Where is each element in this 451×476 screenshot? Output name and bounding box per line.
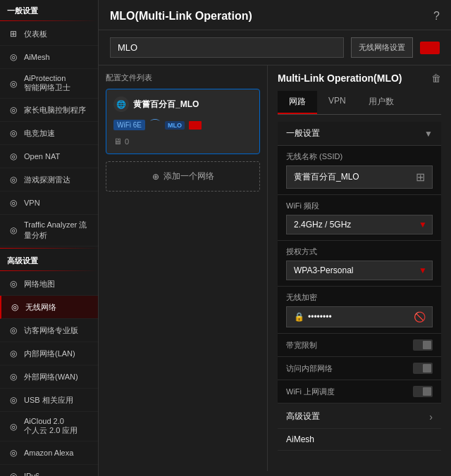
sidebar-item-lan[interactable]: ◎ 内部网络(LAN) [0,342,98,365]
sidebar-item-gameradar[interactable]: ◎ 游戏探测雷达 [0,168,98,192]
advanced-settings-label: 高级设置 [286,411,320,422]
password-input-wrapper: 🔒 🚫 [286,306,433,327]
sidebar-item-label: 电竞加速 [24,128,55,139]
sidebar-item-wireless[interactable]: ◎ 无线网络 [0,296,98,319]
left-panel: 配置文件列表 🌐 黄嘗百分百_MLO WiFi 6E ⌒ MLO 🖥 [99,65,268,471]
aicloud-icon: ◎ [7,420,20,433]
tab-network[interactable]: 网路 [278,91,317,114]
profile-icon: 🌐 [113,96,129,112]
eye-slash-icon[interactable]: 🚫 [414,311,426,322]
sidebar-item-vpn[interactable]: ◎ VPN [0,192,98,215]
aimesh-label: AiMesh [286,434,314,444]
access-label: 访问内部网络 [286,363,333,374]
bandwidth-toggle[interactable] [413,339,433,351]
traffic-icon: ◎ [7,224,20,237]
usb-icon: ◎ [7,394,20,406]
opennat-icon: ◎ [7,150,20,163]
sidebar-item-usb[interactable]: ◎ USB 相关应用 [0,389,98,412]
sidebar-item-label: 外部网络(WAN) [24,372,78,382]
frequency-select[interactable]: 2.4GHz / 5GHz 2.4GHz 5GHz 6GHz [286,215,433,234]
red-square-badge [189,121,202,130]
password-label: 无线加密 [286,292,433,303]
sidebar-item-opennat[interactable]: ◎ Open NAT [0,145,98,168]
sidebar-item-dashboard[interactable]: ⊞ 仪表板 [0,23,98,46]
two-panel: 配置文件列表 🌐 黄嘗百分百_MLO WiFi 6E ⌒ MLO 🖥 [99,65,451,471]
aimesh-row[interactable]: AiMesh [278,429,441,451]
sidebar-item-label: VPN [24,199,40,207]
advanced-settings-row[interactable]: 高级设置 › [278,405,441,429]
sidebar-item-label: 仪表板 [24,29,47,39]
profile-badges: WiFi 6E ⌒ MLO [113,118,252,132]
right-panel: Multi-Link Operation(MLO) 🗑 网路 VPN 用户数 一… [268,65,451,471]
qr-icon[interactable]: ⊞ [416,170,425,184]
dashboard-icon: ⊞ [7,27,20,40]
profile-name: 黄嘗百分百_MLO [133,99,199,111]
help-icon[interactable]: ? [433,10,440,23]
aiprotection-icon: ◎ [7,77,20,90]
sidebar-divider-1 [0,20,98,21]
sidebar-item-aiprotection[interactable]: ◎ AiProtection智能网络卫士 [0,69,98,99]
wan-icon: ◎ [7,370,20,383]
wireless-settings-button[interactable]: 无线网络设置 [351,37,413,58]
sidebar-item-label: Open NAT [24,152,60,161]
add-network-button[interactable]: ⊕ 添加一个网络 [106,161,260,192]
sidebar-divider-2 [0,248,98,249]
access-toggle-row: 访问内部网络 [278,357,441,380]
password-input[interactable] [308,312,414,322]
auth-field: 授权方式 WPA3-Personal WPA2-Personal WPA-Per… [278,241,441,287]
tab-users[interactable]: 用户数 [357,91,405,114]
trash-icon[interactable]: 🗑 [431,73,441,84]
sidebar-item-parental[interactable]: ◎ 家长电脑控制程序 [0,99,98,122]
red-toggle[interactable] [420,42,440,54]
wireless-icon: ◎ [8,301,21,313]
search-input[interactable] [110,37,344,58]
sidebar-item-aicloud[interactable]: ◎ AiCloud 2.0个人云 2.0 应用 [0,412,98,441]
sidebar-item-label: 内部网络(LAN) [24,349,75,359]
general-settings-header[interactable]: 一般设置 ▼ [278,122,441,146]
profile-footer: 🖥 0 [113,137,252,146]
sidebar-item-networkmap[interactable]: ◎ 网络地图 [0,273,98,296]
sidebar-item-wan[interactable]: ◎ 外部网络(WAN) [0,365,98,389]
sidebar-item-label: Amazon Alexa [24,449,73,457]
sidebar: 一般设置 ⊞ 仪表板 ◎ AiMesh ◎ AiProtection智能网络卫士… [0,0,99,476]
wifi-icon: ⌒ [149,118,161,132]
sidebar-item-aimesh[interactable]: ◎ AiMesh [0,46,98,69]
sidebar-item-label: 家长电脑控制程序 [24,105,86,115]
tab-vpn[interactable]: VPN [317,91,357,114]
chevron-down-icon: ▼ [424,129,433,139]
gaming-icon: ◎ [7,127,20,139]
wifi6e-badge: WiFi 6E [113,120,145,130]
page-title: MLO(Multi-Link Operation) [110,10,252,23]
general-section-title: 一般设置 [0,0,98,19]
sidebar-item-label: AiCloud 2.0个人云 2.0 应用 [24,417,78,436]
sidebar-item-label: 游戏探测雷达 [24,175,70,185]
right-panel-title: Multi-Link Operation(MLO) [278,73,402,84]
ssid-input-wrapper: ⊞ [286,165,433,189]
wifi6e-badge-text: WiFi 6E [117,121,142,129]
auth-select[interactable]: WPA3-Personal WPA2-Personal WPA-Personal… [286,261,433,280]
sidebar-item-traffic[interactable]: ◎ Traffic Analyzer 流量分析 [0,215,98,246]
sidebar-item-ipv6[interactable]: ◎ IPv6 [0,465,98,476]
mlo-badge: MLO [165,121,185,130]
bandwidth-toggle-row: 带宽限制 [278,334,441,357]
ssid-input[interactable] [294,173,416,182]
frequency-field: WiFi 频段 2.4GHz / 5GHz 2.4GHz 5GHz 6GHz ▼ [278,195,441,241]
ssid-field: 无线名称 (SSID) ⊞ [278,146,441,195]
sidebar-item-guestnetwork[interactable]: ◎ 访客网络专业版 [0,319,98,342]
ipv6-icon: ◎ [7,470,20,476]
sidebar-item-label: 网络地图 [24,279,55,289]
add-icon: ⊕ [152,172,159,182]
wifi-scheduler-toggle[interactable] [413,386,433,397]
sidebar-item-gaming[interactable]: ◎ 电竞加速 [0,122,98,145]
wifi-scheduler-label: WiFi 上网调度 [286,387,335,397]
main-content: MLO(Multi-Link Operation) ? 无线网络设置 配置文件列… [99,0,451,476]
frequency-label: WiFi 频段 [286,201,433,211]
add-network-label: 添加一个网络 [163,170,214,182]
access-toggle[interactable] [413,363,433,374]
sidebar-item-alexa[interactable]: ◎ Amazon Alexa [0,441,98,465]
right-panel-header: Multi-Link Operation(MLO) 🗑 [278,73,441,84]
networkmap-icon: ◎ [7,277,20,290]
profile-card[interactable]: 🌐 黄嘗百分百_MLO WiFi 6E ⌒ MLO 🖥 0 [106,89,260,154]
aimesh-icon: ◎ [7,51,20,63]
sidebar-item-label: Traffic Analyzer 流量分析 [24,220,91,241]
